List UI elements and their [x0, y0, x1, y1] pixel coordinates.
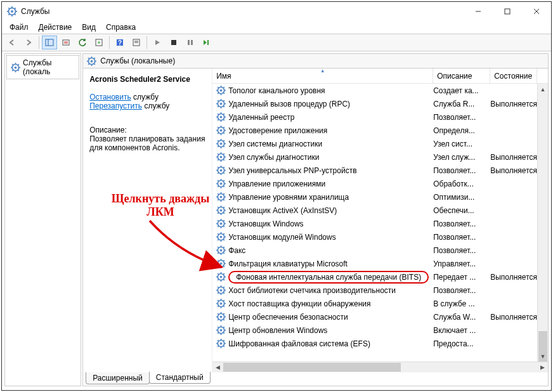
description-text: Позволяет планировать задания для компон…	[89, 134, 205, 152]
service-row[interactable]: Центр обновления WindowsВключает ...	[212, 323, 548, 337]
svg-rect-26	[188, 40, 190, 45]
gear-icon	[216, 99, 226, 108]
toolbar: ?	[2, 34, 551, 51]
service-row[interactable]: Удостоверение приложенияОпределя...	[212, 124, 548, 137]
gear-icon	[11, 63, 20, 72]
horizontal-scrollbar[interactable]: ◀ ▶	[212, 362, 548, 372]
service-name: Установщик ActiveX (AxInstSV)	[228, 206, 337, 215]
close-button[interactable]	[522, 2, 551, 21]
maximize-button[interactable]	[493, 2, 522, 21]
restart-service-button[interactable]	[199, 36, 214, 49]
service-name: Управление приложениями	[228, 180, 325, 188]
menu-action[interactable]: Действие	[34, 22, 77, 33]
column-name[interactable]: Имя▲	[212, 69, 433, 83]
minimize-button[interactable]	[464, 2, 493, 21]
service-name: Удаленный реестр	[228, 113, 294, 122]
svg-rect-16	[63, 40, 69, 45]
service-row[interactable]: Фильтрация клавиатуры MicrosoftУправляет…	[212, 257, 548, 270]
detail-panel: Acronis Scheduler2 Service Остановить сл…	[83, 69, 212, 372]
service-state: Выполняется	[490, 153, 537, 162]
svg-rect-11	[505, 9, 510, 14]
service-row[interactable]: Установщик WindowsПозволяет...	[212, 217, 548, 230]
service-row[interactable]: Шифрованная файловая система (EFS)Предос…	[212, 337, 548, 350]
column-description[interactable]: Описание	[433, 69, 490, 83]
stop-service-button[interactable]	[166, 36, 181, 49]
gear-icon	[216, 272, 226, 282]
service-row[interactable]: Хост поставщика функции обнаруженияВ слу…	[212, 297, 548, 310]
svg-rect-28	[207, 40, 209, 45]
properties-button[interactable]	[129, 36, 144, 49]
service-name: Факс	[228, 246, 245, 255]
column-state[interactable]: Состояние	[490, 69, 537, 83]
gear-icon	[216, 325, 226, 335]
gear-icon	[216, 245, 226, 255]
help-button[interactable]: ?	[112, 36, 127, 49]
service-row[interactable]: Центр обеспечения безопасностиСлужба W..…	[212, 310, 548, 323]
service-row[interactable]: Удаленный реестрПозволяет...	[212, 110, 548, 124]
service-description: Предоста...	[433, 339, 490, 348]
service-row[interactable]: Фоновая интеллектуальная служба передачи…	[212, 270, 548, 284]
refresh-button[interactable]	[75, 36, 90, 49]
service-description: Включает ...	[433, 326, 490, 335]
service-name: Управление уровнями хранилища	[228, 193, 349, 202]
svg-text:?: ?	[118, 39, 122, 46]
service-row[interactable]: Узел системы диагностикиУзел сист...	[212, 137, 548, 150]
service-name: Фоновая интеллектуальная служба передачи…	[228, 271, 429, 284]
scroll-left-arrow[interactable]: ◀	[212, 362, 223, 373]
gear-icon	[216, 285, 226, 295]
gear-icon	[216, 259, 226, 268]
tab-standard[interactable]: Стандартный	[149, 372, 211, 384]
menu-bar: Файл Действие Вид Справка	[2, 21, 551, 34]
service-description: В службе ...	[433, 299, 490, 308]
service-row[interactable]: Хост библиотеки счетчика производительно…	[212, 284, 548, 297]
service-row[interactable]: Управление приложениямиОбработк...	[212, 177, 548, 190]
service-description: Служба W...	[433, 313, 490, 322]
service-description: Узел сист...	[433, 140, 490, 148]
service-name: Тополог канального уровня	[228, 86, 325, 95]
hscroll-thumb[interactable]	[223, 363, 401, 372]
description-label: Описание:	[89, 126, 205, 134]
gear-icon	[216, 86, 226, 95]
service-list: Имя▲ Описание Состояние Тополог канально…	[212, 69, 548, 372]
service-row[interactable]: Тополог канального уровняСоздает ка...	[212, 84, 548, 97]
service-row[interactable]: Установщик ActiveX (AxInstSV)Обеспечи...	[212, 204, 548, 217]
start-service-button[interactable]	[150, 36, 165, 49]
service-row[interactable]: Установщик модулей WindowsПозволяет...	[212, 230, 548, 244]
gear-icon	[216, 232, 226, 242]
service-name: Фильтрация клавиатуры Microsoft	[228, 259, 348, 268]
restart-service-link[interactable]: Перезапустить	[89, 101, 142, 110]
menu-help[interactable]: Справка	[101, 22, 141, 33]
scroll-down-arrow[interactable]: ▼	[538, 351, 548, 362]
gear-icon	[216, 179, 226, 188]
service-description: Служба R...	[433, 100, 490, 108]
details-button[interactable]	[58, 36, 74, 49]
scroll-up-arrow[interactable]: ▲	[538, 84, 548, 95]
tree-root-item[interactable]: Службы (локаль	[6, 55, 79, 79]
service-row[interactable]: ФаксПозволяет...	[212, 244, 548, 257]
forward-button[interactable]	[21, 36, 36, 49]
service-description: Создает ка...	[433, 86, 490, 95]
vertical-scrollbar[interactable]: ▲ ▼	[537, 84, 548, 362]
service-state: Выполняется	[490, 313, 537, 322]
service-row[interactable]: Управление уровнями хранилищаОптимизи...	[212, 190, 548, 204]
scroll-right-arrow[interactable]: ▶	[537, 362, 548, 373]
service-name: Установщик Windows	[228, 219, 303, 228]
service-name: Центр обновления Windows	[228, 326, 327, 335]
gear-icon	[216, 152, 226, 162]
export-list-button[interactable]	[91, 36, 107, 49]
service-row[interactable]: Удаленный вызов процедур (RPC)Служба R..…	[212, 97, 548, 110]
tab-extended[interactable]: Расширенный	[86, 372, 150, 384]
window-title: Службы	[21, 7, 49, 16]
service-row[interactable]: Узел службы диагностикиУзел служ...Выпол…	[212, 150, 548, 164]
back-button[interactable]	[4, 36, 20, 49]
app-icon	[7, 6, 17, 16]
gear-icon	[216, 139, 226, 148]
stop-service-link[interactable]: Остановить	[89, 93, 131, 101]
show-hide-tree-button[interactable]	[42, 36, 57, 49]
pause-service-button[interactable]	[183, 36, 198, 49]
menu-file[interactable]: Файл	[4, 22, 34, 33]
view-tabs: Расширенный Стандартный	[82, 372, 549, 386]
service-description: Передает ...	[433, 273, 490, 282]
menu-view[interactable]: Вид	[77, 22, 101, 33]
service-row[interactable]: Узел универсальных PNP-устройствПозволяе…	[212, 164, 548, 177]
